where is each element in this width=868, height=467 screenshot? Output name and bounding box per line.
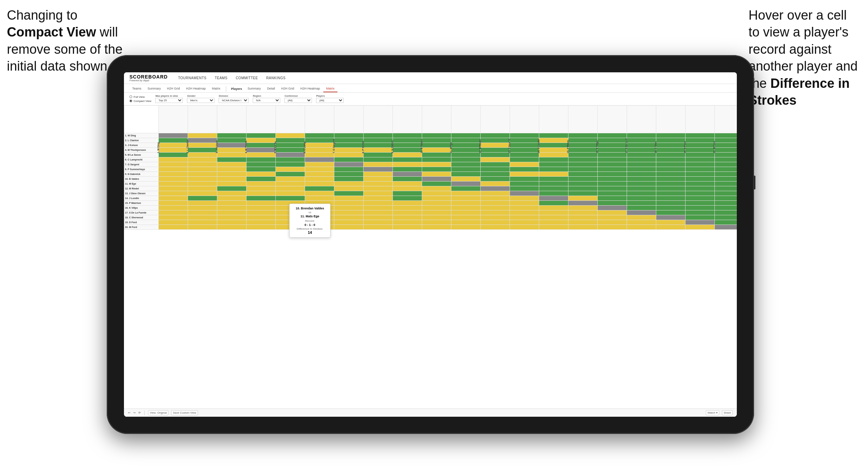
cell-7-12[interactable] [510,167,539,172]
cell-9-14[interactable] [568,177,598,181]
cell-9-19[interactable] [715,177,737,181]
cell-14-16[interactable] [627,201,656,206]
cell-13-14[interactable] [568,196,598,201]
cell-13-10[interactable] [451,196,481,201]
cell-8-12[interactable] [510,172,539,177]
save-custom-btn[interactable]: Save Custom View [171,410,198,415]
cell-6-13[interactable] [539,162,568,167]
cell-2-6[interactable] [334,143,364,148]
cell-9-13[interactable] [539,177,568,181]
cell-16-10[interactable] [451,210,481,215]
cell-10-15[interactable] [598,181,627,186]
cell-16-8[interactable] [393,210,422,215]
cell-7-6[interactable] [334,167,364,172]
cell-12-7[interactable] [364,191,393,196]
cell-11-12[interactable] [510,186,539,191]
cell-11-8[interactable] [393,186,422,191]
cell-0-7[interactable] [364,133,393,138]
cell-0-10[interactable] [451,133,481,138]
cell-19-15[interactable] [598,225,627,230]
cell-2-11[interactable] [481,143,510,148]
cell-18-14[interactable] [568,220,598,225]
cell-1-1[interactable] [188,138,217,143]
cell-6-11[interactable] [481,162,510,167]
cell-12-9[interactable] [422,191,451,196]
cell-8-19[interactable] [715,172,737,177]
cell-10-19[interactable] [715,181,737,186]
cell-16-3[interactable] [247,210,276,215]
cell-13-7[interactable] [364,196,393,201]
cell-13-19[interactable] [715,196,737,201]
cell-0-16[interactable] [627,133,656,138]
cell-7-3[interactable] [247,167,276,172]
cell-12-3[interactable] [247,191,276,196]
cell-19-13[interactable] [539,225,568,230]
cell-11-2[interactable] [217,186,247,191]
cell-4-1[interactable] [188,153,217,157]
cell-12-8[interactable] [393,191,422,196]
cell-3-18[interactable] [686,148,715,153]
cell-5-16[interactable] [627,157,656,162]
cell-12-10[interactable] [451,191,481,196]
cell-19-19[interactable] [715,225,737,230]
cell-13-8[interactable] [393,196,422,201]
cell-7-7[interactable] [364,167,393,172]
cell-0-17[interactable] [656,133,686,138]
cell-12-5[interactable] [305,191,334,196]
cell-11-19[interactable] [715,186,737,191]
cell-14-13[interactable] [539,201,568,206]
cell-16-0[interactable] [159,210,188,215]
cell-7-0[interactable] [159,167,188,172]
cell-6-2[interactable] [217,162,247,167]
cell-4-13[interactable] [539,153,568,157]
cell-5-11[interactable] [481,157,510,162]
cell-12-4[interactable] [276,191,305,196]
cell-8-17[interactable] [656,172,686,177]
cell-10-7[interactable] [364,181,393,186]
cell-13-11[interactable] [481,196,510,201]
cell-19-16[interactable] [627,225,656,230]
cell-17-8[interactable] [393,215,422,220]
cell-2-0[interactable] [159,143,188,148]
cell-14-14[interactable] [568,201,598,206]
cell-18-19[interactable] [715,220,737,225]
cell-13-18[interactable] [686,196,715,201]
cell-14-2[interactable] [217,201,247,206]
cell-12-12[interactable] [510,191,539,196]
cell-9-7[interactable] [364,177,393,181]
cell-18-17[interactable] [656,220,686,225]
cell-12-6[interactable] [334,191,364,196]
cell-7-17[interactable] [656,167,686,172]
cell-0-8[interactable] [393,133,422,138]
cell-13-17[interactable] [656,196,686,201]
cell-13-13[interactable] [539,196,568,201]
gender-select[interactable]: Men's [187,98,215,103]
cell-17-10[interactable] [451,215,481,220]
cell-5-19[interactable] [715,157,737,162]
cell-0-9[interactable] [422,133,451,138]
cell-0-15[interactable] [598,133,627,138]
view-original-btn[interactable]: View: Original [148,410,168,415]
cell-4-14[interactable] [568,153,598,157]
cell-1-18[interactable] [686,138,715,143]
cell-18-3[interactable] [247,220,276,225]
cell-18-12[interactable] [510,220,539,225]
cell-16-13[interactable] [539,210,568,215]
cell-14-12[interactable] [510,201,539,206]
cell-14-19[interactable] [715,201,737,206]
sub-tab-teams[interactable]: Teams [129,85,144,92]
cell-8-6[interactable] [334,172,364,177]
cell-16-14[interactable] [568,210,598,215]
cell-16-17[interactable] [656,210,686,215]
cell-16-18[interactable] [686,210,715,215]
sub-tab-summary2[interactable]: Summary [245,85,264,92]
cell-8-1[interactable] [188,172,217,177]
cell-8-15[interactable] [598,172,627,177]
cell-8-2[interactable] [217,172,247,177]
cell-2-9[interactable] [422,143,451,148]
cell-4-17[interactable] [656,153,686,157]
cell-11-4[interactable] [276,186,305,191]
cell-13-5[interactable] [305,196,334,201]
division-select[interactable]: NCAA Division I [219,98,249,103]
cell-13-12[interactable] [510,196,539,201]
